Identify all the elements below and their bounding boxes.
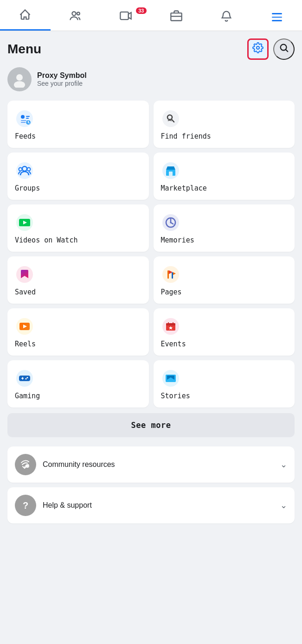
menu-item-stories[interactable]: Stories [154, 360, 295, 408]
svg-rect-46 [166, 323, 175, 325]
svg-point-19 [162, 110, 179, 127]
svg-rect-3 [171, 13, 181, 20]
community-resources-section[interactable]: Community resources ⌄ [7, 446, 295, 483]
pages-label: Pages [161, 288, 182, 296]
svg-point-38 [162, 266, 179, 283]
svg-rect-51 [19, 376, 30, 381]
svg-point-7 [16, 74, 23, 81]
videos-label: Videos on Watch [15, 236, 77, 244]
nav-item-home[interactable] [0, 5, 51, 31]
menu-grid: Feeds Find friends [7, 101, 295, 408]
svg-point-36 [170, 222, 171, 223]
main-content: Menu [0, 31, 302, 536]
nav-item-video[interactable]: 33 [101, 6, 151, 30]
community-label: Community resources [43, 460, 115, 469]
svg-point-55 [26, 378, 27, 380]
help-support-section[interactable]: ? Help & support ⌄ [7, 487, 295, 523]
gaming-icon [15, 369, 34, 388]
svg-point-8 [14, 81, 25, 88]
svg-point-9 [16, 110, 33, 127]
help-chevron-icon: ⌄ [280, 500, 287, 510]
gaming-label: Gaming [15, 392, 40, 400]
svg-rect-47 [168, 322, 169, 324]
video-icon [119, 9, 132, 26]
menu-item-feeds[interactable]: Feeds [7, 101, 149, 148]
svg-rect-39 [167, 270, 169, 279]
search-icon [279, 43, 289, 56]
avatar [7, 67, 32, 91]
community-icon [15, 454, 36, 475]
stories-icon [161, 369, 180, 388]
feeds-icon [15, 109, 34, 128]
menu-item-memories[interactable]: Memories [154, 204, 295, 252]
nav-item-notifications[interactable] [201, 6, 252, 30]
svg-rect-2 [121, 12, 129, 19]
svg-rect-27 [169, 172, 173, 176]
top-navigation: 33 [0, 0, 302, 31]
marketplace-icon [161, 161, 180, 180]
see-more-button[interactable]: See more [7, 413, 295, 437]
memories-icon [161, 213, 180, 232]
nav-item-marketplace[interactable] [151, 6, 202, 30]
settings-button[interactable] [247, 38, 269, 60]
events-icon [161, 317, 180, 336]
svg-rect-11 [26, 116, 30, 117]
svg-rect-31 [19, 225, 30, 226]
menu-item-videos[interactable]: Videos on Watch [7, 204, 149, 252]
profile-name: Proxy Symbol [37, 71, 87, 80]
saved-icon [15, 265, 34, 284]
marketplace-nav-icon [170, 9, 183, 26]
menu-item-events[interactable]: Events [154, 308, 295, 356]
search-button[interactable] [273, 38, 295, 60]
settings-icon [252, 42, 263, 56]
profile-row[interactable]: Proxy Symbol See your profile [7, 67, 295, 91]
svg-point-1 [77, 12, 80, 15]
menu-item-gaming[interactable]: Gaming [7, 360, 149, 408]
svg-point-0 [72, 12, 76, 15]
videos-icon [15, 213, 34, 232]
nav-item-menu[interactable] [252, 7, 302, 28]
help-icon: ? [15, 495, 36, 516]
svg-point-5 [257, 46, 259, 49]
header-actions [247, 38, 295, 60]
svg-point-10 [21, 115, 25, 119]
help-left: ? Help & support [15, 495, 92, 516]
menu-item-groups[interactable]: Groups [7, 153, 149, 200]
profile-sub: See your profile [37, 80, 87, 87]
header-row: Menu [7, 38, 295, 60]
community-chevron-icon: ⌄ [280, 459, 287, 470]
nav-item-friends[interactable] [51, 6, 101, 30]
help-label: Help & support [43, 501, 92, 510]
menu-item-marketplace[interactable]: Marketplace [154, 153, 295, 200]
reels-label: Reels [15, 340, 36, 348]
menu-item-saved[interactable]: Saved [7, 256, 149, 304]
community-left: Community resources [15, 454, 115, 475]
page-title: Menu [7, 42, 41, 57]
saved-label: Saved [15, 288, 36, 296]
find-friends-icon [161, 109, 180, 128]
menu-item-pages[interactable]: Pages [154, 256, 295, 304]
svg-rect-53 [22, 377, 23, 380]
svg-rect-12 [26, 118, 29, 119]
feeds-label: Feeds [15, 132, 36, 140]
video-badge: 33 [136, 7, 146, 14]
hamburger-icon [270, 11, 284, 23]
menu-item-reels[interactable]: Reels [7, 308, 149, 356]
svg-rect-48 [173, 322, 173, 324]
reels-icon [15, 317, 34, 336]
profile-info: Proxy Symbol See your profile [37, 71, 87, 87]
events-label: Events [161, 340, 186, 348]
memories-label: Memories [161, 236, 194, 244]
stories-label: Stories [161, 392, 190, 400]
find-friends-label: Find friends [161, 132, 211, 140]
svg-point-54 [27, 377, 28, 378]
svg-rect-40 [172, 272, 173, 279]
friends-icon [69, 9, 82, 26]
menu-item-find-friends[interactable]: Find friends [154, 101, 295, 148]
bell-icon [220, 9, 233, 26]
groups-label: Groups [15, 184, 40, 192]
home-icon [19, 8, 32, 25]
pages-icon [161, 265, 180, 284]
groups-icon [15, 161, 34, 180]
marketplace-label: Marketplace [161, 184, 207, 192]
